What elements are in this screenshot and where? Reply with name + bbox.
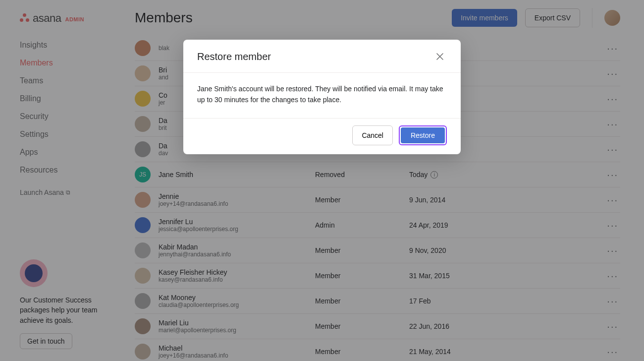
modal-close-button[interactable] bbox=[433, 50, 447, 63]
modal-overlay[interactable]: Restore member Jane Smith's account will… bbox=[0, 0, 644, 361]
cancel-button[interactable]: Cancel bbox=[352, 125, 393, 145]
modal-footer: Cancel Restore bbox=[183, 118, 461, 154]
restore-button[interactable]: Restore bbox=[401, 127, 445, 143]
restore-button-focus-ring: Restore bbox=[399, 125, 447, 145]
restore-member-modal: Restore member Jane Smith's account will… bbox=[183, 40, 461, 154]
modal-header: Restore member bbox=[183, 40, 461, 73]
modal-body-text: Jane Smith's account will be restored. T… bbox=[183, 73, 461, 118]
modal-title: Restore member bbox=[197, 51, 271, 62]
close-icon bbox=[436, 53, 443, 60]
